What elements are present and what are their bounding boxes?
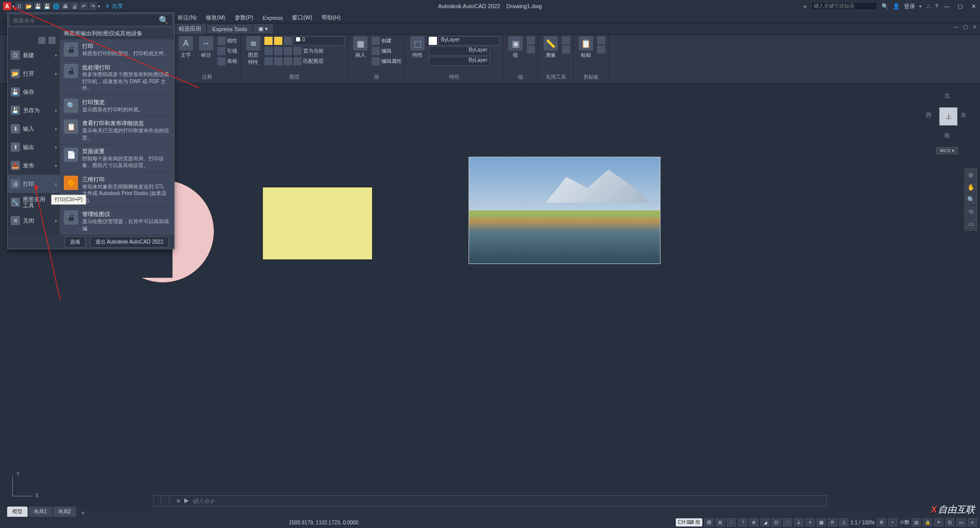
exit-button[interactable]: 退出 Autodesk AutoCAD 2022 [90, 236, 169, 248]
osnap-icon[interactable]: ⊡ [772, 518, 781, 526]
annoscale-icon[interactable]: 人 [839, 518, 848, 526]
snap-icon[interactable]: ∷ [727, 518, 736, 526]
help-search-input[interactable]: 键入关键字或短语 [811, 2, 877, 10]
cleanscreen-icon[interactable]: ▭ [957, 518, 966, 526]
user-icon[interactable]: 👤 [893, 3, 900, 10]
lock-icon[interactable]: 🔒 [923, 518, 932, 526]
3dosnap-icon[interactable]: ⬚ [783, 518, 792, 526]
submenu-pagesetup[interactable]: 📄页面设置控制每个新布局的页面布局、打印设备、图纸尺寸以及其他设置。 [60, 145, 174, 173]
viewcube-north[interactable]: 北 [944, 92, 950, 100]
ribbon-tab[interactable]: Express Tools [207, 25, 252, 34]
isolate-icon[interactable]: ☀ [934, 518, 943, 526]
insert-button[interactable]: ▦插入 [351, 36, 370, 73]
layer-tool-icon[interactable] [293, 47, 302, 55]
options-button[interactable]: 选项 [64, 236, 86, 248]
plot-icon[interactable]: 🖶 [61, 2, 69, 10]
cycling-icon[interactable]: ⟳ [828, 518, 837, 526]
command-line[interactable]: ⋮⋮ ✕ ⯈ 键入命令 [153, 495, 827, 507]
close-icon[interactable]: ✕ [176, 498, 181, 505]
search-icon[interactable]: 🔍 [159, 15, 169, 25]
units-display[interactable]: 小数 [899, 519, 910, 526]
layer-tool-icon[interactable] [274, 47, 282, 55]
appmenu-import[interactable]: ⬇输入▸ [8, 119, 60, 138]
paste-button[interactable]: 📋粘贴 [577, 36, 595, 73]
color-combo[interactable]: ByLayer [438, 36, 500, 45]
recent-icon[interactable] [38, 37, 45, 44]
menu-item[interactable]: Express [258, 14, 287, 22]
open-docs-icon[interactable] [48, 37, 56, 44]
otrack-icon[interactable]: ∠ [794, 518, 803, 526]
viewcube-top[interactable]: 上 [939, 107, 958, 126]
ribbon-tab-collapse[interactable]: ▣ ▾ [253, 24, 273, 34]
command-input[interactable]: 键入命令 [192, 497, 215, 505]
quickprops-icon[interactable]: ▤ [912, 518, 921, 526]
new-icon[interactable]: 🗋 [15, 2, 23, 10]
wheel-icon[interactable]: ⊚ [965, 169, 976, 181]
linear-button[interactable]: 线性 [217, 36, 237, 45]
create-button[interactable]: 创建 [372, 36, 402, 45]
web-icon[interactable]: 🌐 [52, 2, 60, 10]
transparency-icon[interactable]: ▦ [817, 518, 826, 526]
submenu-batch[interactable]: 🖨批处理打印将多张图纸或多个图形发布到绘图仪或打印机，或者发布为 DWF 或 P… [60, 61, 174, 95]
submenu-print[interactable]: 🖨打印将图形打印到绘图仪、打印机或文件。 [60, 39, 174, 60]
layer-tool-icon[interactable] [264, 47, 273, 55]
tab-layout1[interactable]: 布局1 [29, 507, 52, 517]
ribbon-tab[interactable]: 精选应用 [174, 23, 206, 34]
model-button[interactable]: 模 [704, 518, 714, 526]
lock-icon[interactable] [284, 37, 292, 45]
isodraft-icon[interactable]: ◢ [761, 518, 770, 526]
maximize-button[interactable]: ▢ [955, 2, 965, 10]
linetype-combo[interactable]: ByLayer [429, 57, 490, 66]
tool-icon[interactable] [527, 45, 535, 54]
help-icon[interactable]: ? [935, 3, 938, 9]
showmotion-icon[interactable]: ▭ [965, 218, 976, 230]
plus-icon[interactable]: + [888, 518, 897, 526]
appmenu-open[interactable]: 📂打开▸ [8, 64, 60, 83]
undo-icon[interactable]: ↶ [80, 2, 88, 10]
viewcube-west[interactable]: 西 [926, 111, 932, 119]
editattr-button[interactable]: 编辑属性 [372, 57, 402, 66]
gear-icon[interactable]: ⚙ [877, 518, 886, 526]
leader-button[interactable]: 引线 [217, 46, 237, 56]
appmenu-search[interactable]: 🔍 [10, 15, 172, 26]
matchlayer-button[interactable]: 匹配图层 [303, 58, 324, 65]
sun-icon[interactable] [274, 37, 282, 45]
ime-badge[interactable]: CH ⌨ 简 [676, 518, 702, 526]
grid-icon[interactable]: ⊞ [716, 518, 725, 526]
orbit-icon[interactable]: ⟲ [965, 206, 976, 218]
dropdown-icon[interactable]: ▾ [98, 4, 100, 9]
layerprops-button[interactable]: ≋图层 特性 [244, 36, 262, 73]
appmenu-save[interactable]: 💾保存 [8, 83, 60, 101]
print-icon[interactable]: 🖨 [70, 2, 79, 10]
submenu-preview[interactable]: 🔍打印预览显示图形在打印时的外观。 [60, 95, 174, 116]
pan-icon[interactable]: ✋ [965, 181, 976, 194]
edit-button[interactable]: 编辑 [372, 46, 402, 56]
text-button[interactable]: A文字 [177, 36, 195, 73]
custom-icon[interactable]: ≡ [968, 518, 977, 526]
redo-icon[interactable]: ↷ [89, 2, 97, 10]
menu-item[interactable]: 修改(M) [202, 13, 230, 22]
chevron-icon[interactable]: ▸ [804, 3, 807, 10]
search-input[interactable] [13, 17, 159, 23]
appmenu-publish[interactable]: 📤发布▸ [8, 156, 60, 175]
layer-tool-icon[interactable] [284, 57, 292, 65]
tool-icon[interactable] [597, 36, 605, 44]
appmenu-print[interactable]: 🖨打印▸ [8, 175, 60, 193]
submenu-details[interactable]: 📋查看打印和发布详细信息显示有关已完成的打印和发布作业的信息。 [60, 116, 174, 145]
rectangle-shape[interactable] [262, 187, 373, 260]
tool-icon[interactable] [562, 45, 570, 54]
doc-min-button[interactable]: — [952, 23, 960, 30]
autodesk-icon[interactable]: ⛬ [925, 3, 931, 9]
handle-icon[interactable]: ⋮⋮ [157, 496, 173, 506]
tab-layout2[interactable]: 布局2 [53, 507, 77, 517]
appmenu-new[interactable]: 🗋新建▸ [8, 46, 60, 64]
dropdown-icon[interactable]: ▾ [12, 4, 14, 9]
measure-button[interactable]: 📏测量 [542, 36, 560, 73]
viewcube-south[interactable]: 南 [944, 132, 950, 139]
tool-icon[interactable] [562, 36, 570, 44]
viewcube-east[interactable]: 东 [961, 111, 966, 119]
open-icon[interactable]: 📂 [24, 2, 33, 10]
doc-max-button[interactable]: ▢ [962, 23, 969, 30]
submenu-plotter[interactable]: 🖨管理绘图仪显示绘图仪管理器，在其中可以添加或编 [60, 207, 174, 235]
table-button[interactable]: 表格 [217, 57, 237, 66]
